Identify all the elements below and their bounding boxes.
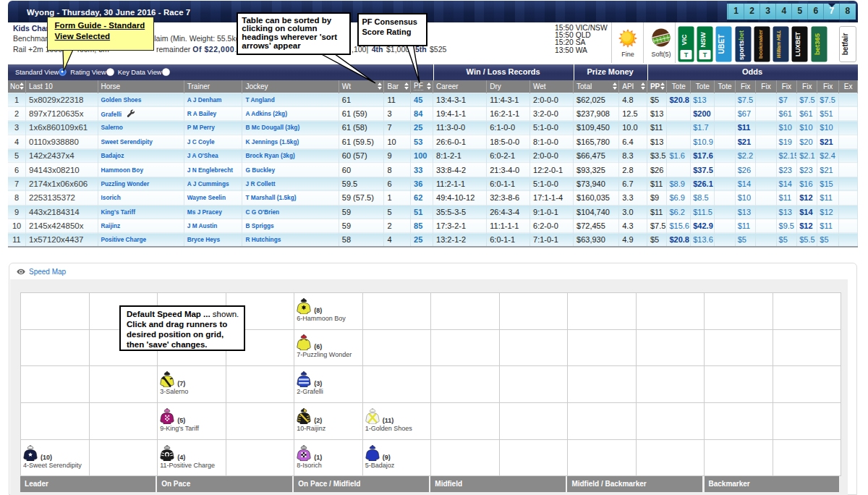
svg-text:sportsbet: sportsbet — [738, 30, 745, 60]
svg-text:bet365: bet365 — [813, 33, 821, 55]
svg-text:T: T — [703, 51, 707, 59]
svg-text:NSW: NSW — [699, 32, 707, 48]
svg-text:William HILL: William HILL — [776, 30, 781, 59]
svg-text:T: T — [684, 51, 689, 59]
svg-text:betfair: betfair — [841, 33, 849, 56]
svg-text:VIC: VIC — [681, 34, 688, 46]
svg-text:LUXBET: LUXBET — [794, 31, 801, 56]
svg-text:bookmaker: bookmaker — [757, 30, 764, 59]
svg-text:UBET: UBET — [718, 34, 726, 54]
